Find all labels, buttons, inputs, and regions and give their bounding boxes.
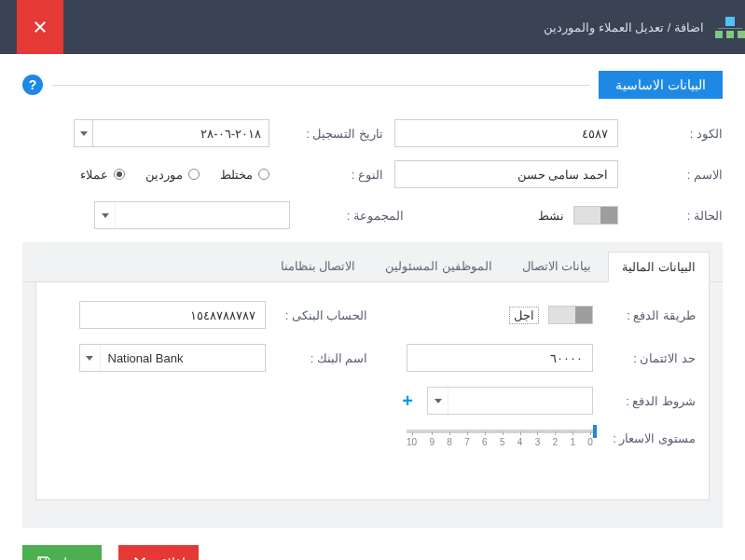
floppy-icon: [35, 554, 52, 560]
type-option-mixed[interactable]: مختلط: [220, 168, 269, 182]
payment-method-label: طريقة الدفع :: [602, 308, 696, 322]
code-label: الكود :: [629, 127, 723, 141]
section-divider: [52, 85, 589, 86]
credit-limit-label: حد الائتمان :: [602, 351, 696, 365]
close-icon: [32, 19, 48, 35]
help-button[interactable]: ?: [22, 75, 43, 95]
close-button[interactable]: اغلاق: [118, 545, 199, 560]
bank-name-dropdown[interactable]: National Bank: [79, 344, 266, 372]
credit-limit-input[interactable]: [407, 344, 593, 372]
add-payment-term-button[interactable]: +: [397, 390, 418, 411]
name-label: الاسم :: [629, 168, 723, 182]
payment-method-toggle[interactable]: [548, 306, 593, 324]
price-level-label: مستوى الاسعار :: [602, 431, 696, 445]
chevron-down-icon: [428, 388, 448, 414]
type-option-customers[interactable]: عملاء: [80, 168, 125, 182]
slider-scale: 109876543210: [407, 437, 593, 447]
tab-strip: البيانات المالية بيانات الاتصال الموظفين…: [22, 242, 723, 282]
group-dropdown[interactable]: [94, 201, 290, 229]
regdate-picker[interactable]: ٢٠١٨-٠٦-٢٨: [74, 119, 269, 147]
bank-name-value: National Bank: [101, 351, 265, 365]
save-button[interactable]: حفظ: [22, 545, 102, 560]
bank-account-input[interactable]: [79, 301, 266, 329]
name-input[interactable]: [394, 160, 618, 188]
chevron-down-icon: [80, 345, 101, 371]
chevron-down-icon[interactable]: [75, 120, 93, 146]
tab-officials[interactable]: الموظفين المسئولين: [372, 252, 505, 281]
details-panel: البيانات المالية بيانات الاتصال الموظفين…: [22, 242, 723, 528]
regdate-value: ٢٠١٨-٠٦-٢٨: [93, 127, 269, 141]
tab-syscontact[interactable]: الاتصال بنظامنا: [268, 252, 369, 281]
type-label: النوع :: [281, 168, 383, 182]
tab-contact[interactable]: بيانات الاتصال: [509, 252, 605, 281]
tab-financial[interactable]: البيانات المالية: [608, 252, 710, 282]
close-icon: [131, 554, 148, 560]
chevron-down-icon: [95, 202, 116, 228]
status-value: نشط: [538, 209, 564, 223]
price-level-slider[interactable]: 109876543210: [407, 430, 593, 447]
payment-terms-label: شروط الدفع :: [602, 394, 696, 408]
tab-body-financial: طريقة الدفع : اجل الحساب البنكى : حد الا…: [35, 282, 710, 500]
code-input[interactable]: [394, 119, 618, 147]
type-option-suppliers[interactable]: موردين: [145, 168, 200, 182]
payment-terms-dropdown[interactable]: [427, 387, 593, 415]
window-close-button[interactable]: [17, 0, 63, 54]
status-label: الحالة :: [629, 209, 723, 223]
window-titlebar: اضافة / تعديل العملاء والموردين: [0, 0, 745, 54]
regdate-label: تاريخ التسجيل :: [281, 127, 383, 141]
bank-account-label: الحساب البنكى :: [275, 308, 368, 322]
bank-name-label: اسم البنك :: [275, 351, 368, 365]
group-label: المجموعة :: [301, 209, 404, 223]
app-icon: [715, 17, 745, 38]
section-header-tab: البيانات الاساسية: [599, 71, 723, 99]
window-title: اضافة / تعديل العملاء والموردين: [544, 20, 704, 34]
payment-method-value: اجل: [509, 307, 539, 324]
type-radio-group: مختلط موردين عملاء: [80, 168, 269, 182]
status-toggle[interactable]: [573, 206, 618, 225]
slider-thumb[interactable]: [593, 425, 597, 438]
